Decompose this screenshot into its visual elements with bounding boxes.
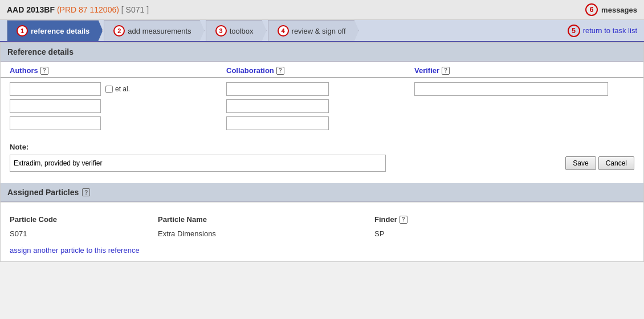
particle-code-header: Particle Code xyxy=(10,215,158,227)
messages-count: 6 xyxy=(585,3,598,16)
tab-label-3: toolbox xyxy=(230,27,254,35)
collaboration-cell-3 xyxy=(226,116,414,130)
note-row: Save Cancel xyxy=(10,155,634,172)
button-group: Save Cancel xyxy=(565,156,634,170)
tab-label-1: reference details xyxy=(31,27,89,35)
top-bar: AAD 2013BF (PRD 87 112006) [ S071 ] 6 me… xyxy=(0,0,644,20)
tab-review-sign-off[interactable]: 4 review & sign off xyxy=(268,20,359,41)
return-label: return to task list xyxy=(583,26,637,35)
particle-code-cell: S071 xyxy=(10,229,158,238)
return-number: 5 xyxy=(568,25,580,37)
return-to-task-list[interactable]: 5 return to task list xyxy=(568,25,637,37)
assigned-particles-title: Assigned Particles xyxy=(7,188,79,197)
particle-name-header: Particle Name xyxy=(158,215,374,227)
particle-row-1: S071 Extra Dimensions SP xyxy=(10,227,634,240)
particle-code-label: Particle Code xyxy=(10,215,57,224)
tab-label-4: review & sign off xyxy=(292,27,346,35)
collaboration-input-3[interactable] xyxy=(226,116,329,130)
main-content: Reference details Authors ? Collaboratio… xyxy=(0,42,644,262)
authors-header: Authors ? xyxy=(10,66,226,75)
input-rows: et al. xyxy=(1,78,643,138)
assigned-particles-help-icon[interactable]: ? xyxy=(82,188,90,196)
assign-another-link[interactable]: assign another particle to this referenc… xyxy=(10,246,140,255)
collaboration-input-2[interactable] xyxy=(226,99,329,113)
finder-help-icon[interactable]: ? xyxy=(400,216,407,224)
verifier-help-icon[interactable]: ? xyxy=(442,67,450,75)
input-row-1: et al. xyxy=(10,82,634,96)
messages-label: messages xyxy=(601,6,637,14)
author-cell-2 xyxy=(10,99,226,113)
tab-add-measurements[interactable]: 2 add measurements xyxy=(104,20,204,41)
bracket: [ S071 ] xyxy=(121,5,149,14)
verifier-cell-1 xyxy=(414,82,634,96)
author-cell-1: et al. xyxy=(10,82,226,96)
assigned-particles-header: Assigned Particles ? xyxy=(1,183,643,202)
reference-details-title: Reference details xyxy=(7,47,74,56)
save-button[interactable]: Save xyxy=(565,156,596,170)
note-input[interactable] xyxy=(10,155,386,172)
input-row-3 xyxy=(10,116,634,130)
collaboration-help-icon[interactable]: ? xyxy=(276,67,284,75)
particle-name-cell: Extra Dimensions xyxy=(158,229,374,238)
tab-number-2: 2 xyxy=(113,25,125,37)
verifier-header: Verifier ? xyxy=(414,66,634,75)
note-label: Note: xyxy=(10,143,634,151)
authors-label: Authors xyxy=(10,66,38,75)
verifier-label: Verifier xyxy=(414,66,439,75)
nav-tabs: 1 reference details 2 add measurements 3… xyxy=(7,20,360,41)
et-al-text: et al. xyxy=(115,85,130,93)
tab-reference-details[interactable]: 1 reference details xyxy=(7,20,103,41)
finder-header: Finder ? xyxy=(374,215,634,227)
assigned-particles-section: Particle Code Particle Name Finder ? S07… xyxy=(1,202,643,261)
tab-label-2: add measurements xyxy=(128,27,191,35)
author-input-3[interactable] xyxy=(10,116,101,130)
particles-grid: Particle Code Particle Name Finder ? xyxy=(10,215,634,227)
columns-header: Authors ? Collaboration ? Verifier ? xyxy=(1,62,643,78)
tab-toolbox[interactable]: 3 toolbox xyxy=(206,20,267,41)
collaboration-input-1[interactable] xyxy=(226,82,329,96)
finder-label: Finder xyxy=(374,215,397,224)
finder-cell: SP xyxy=(374,229,634,238)
verifier-input[interactable] xyxy=(414,82,608,96)
author-input-2[interactable] xyxy=(10,99,101,113)
tab-number-1: 1 xyxy=(17,25,28,37)
particle-name-label: Particle Name xyxy=(158,215,207,224)
record-id: (PRD 87 112006) xyxy=(57,5,119,14)
et-al-checkbox[interactable] xyxy=(105,86,113,93)
et-al-label: et al. xyxy=(105,85,130,93)
collaboration-header: Collaboration ? xyxy=(226,66,414,75)
collaboration-cell-1 xyxy=(226,82,414,96)
page-title: AAD 2013BF (PRD 87 112006) [ S071 ] xyxy=(7,5,149,14)
input-row-2 xyxy=(10,99,634,113)
messages-badge[interactable]: 6 messages xyxy=(585,3,637,16)
reference-details-header: Reference details xyxy=(1,43,643,62)
collaboration-cell-2 xyxy=(226,99,414,113)
author-cell-3 xyxy=(10,116,226,130)
cancel-button[interactable]: Cancel xyxy=(598,156,634,170)
nav-bar: 1 reference details 2 add measurements 3… xyxy=(0,20,644,42)
record-title: AAD 2013BF xyxy=(7,5,55,14)
note-section: Note: Save Cancel xyxy=(1,138,643,179)
authors-help-icon[interactable]: ? xyxy=(40,67,48,75)
collaboration-label: Collaboration xyxy=(226,66,274,75)
author-input-1[interactable] xyxy=(10,82,101,96)
tab-number-3: 3 xyxy=(215,25,227,37)
tab-number-4: 4 xyxy=(278,25,289,37)
